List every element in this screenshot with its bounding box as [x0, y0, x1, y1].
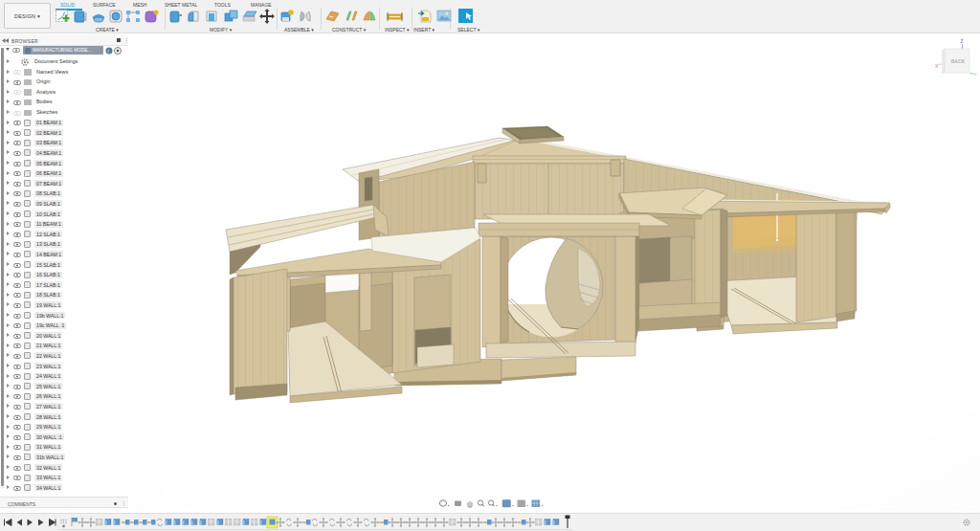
svg-text:BACK: BACK: [951, 59, 966, 64]
svg-text:i: i: [108, 48, 109, 54]
svg-text:Z: Z: [961, 38, 964, 44]
svg-text:X: X: [935, 63, 939, 69]
